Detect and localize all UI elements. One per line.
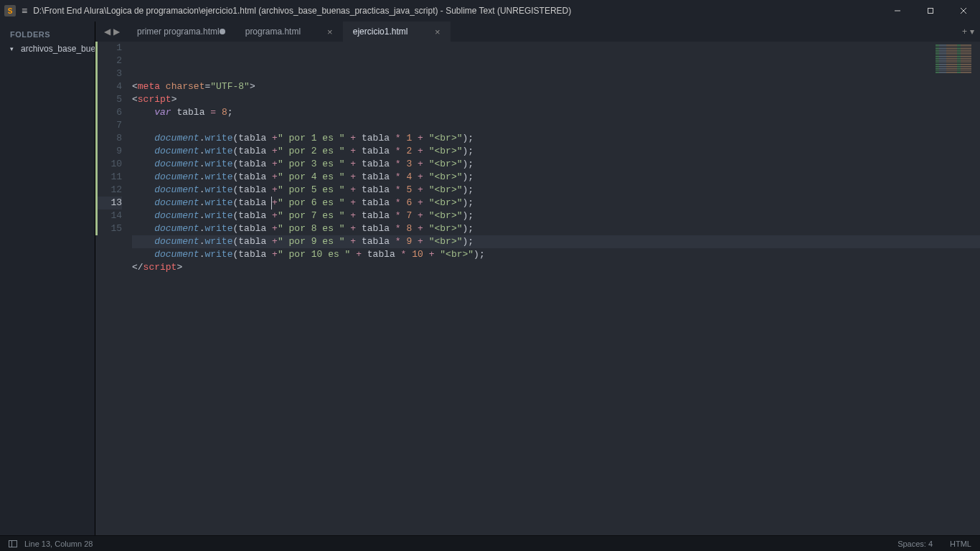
close-tab-icon[interactable]: ×	[327, 27, 333, 37]
code-content[interactable]: <meta charset="UTF-8"><script> var tabla…	[129, 42, 980, 535]
code-line[interactable]: <meta charset="UTF-8">	[132, 80, 980, 93]
code-line[interactable]	[132, 119, 980, 132]
line-number[interactable]: 6	[98, 106, 122, 119]
tab-programa-html[interactable]: programa.html×	[235, 22, 343, 42]
line-number[interactable]: 2	[98, 55, 122, 67]
folder-label: archivos_base_buenas_practicas_java_scri…	[21, 44, 95, 54]
dirty-indicator-icon[interactable]	[220, 29, 225, 34]
sublime-logo-icon: S	[4, 5, 16, 17]
tab-bar: ◀ ▶ primer programa.htmlprograma.html×ej…	[95, 22, 980, 42]
line-number[interactable]: 5	[98, 93, 122, 106]
code-line[interactable]: var tabla = 8;	[132, 106, 980, 119]
tab-label: programa.html	[245, 27, 301, 37]
line-number[interactable]: 13	[98, 197, 122, 209]
code-line[interactable]: <script>	[132, 93, 980, 106]
line-number[interactable]: 11	[98, 171, 122, 184]
status-bar: Line 13, Column 28 Spaces: 4 HTML	[0, 535, 980, 551]
chevron-down-icon: ▾	[10, 45, 14, 52]
panel-toggle-icon[interactable]	[9, 540, 17, 547]
code-line[interactable]: document.write(tabla +" por 10 es " + ta…	[132, 248, 980, 261]
text-cursor	[271, 197, 272, 209]
code-line[interactable]: document.write(tabla +" por 2 es " + tab…	[132, 145, 980, 158]
status-cursor-position[interactable]: Line 13, Column 28	[24, 540, 93, 548]
line-number[interactable]: 4	[98, 80, 122, 93]
code-line[interactable]: document.write(tabla +" por 7 es " + tab…	[132, 209, 980, 222]
tab-label: primer programa.html	[137, 27, 220, 37]
menu-icon[interactable]: ≡	[22, 5, 27, 17]
folder-root[interactable]: ▾ archivos_base_buenas_practicas_java_sc…	[0, 43, 95, 55]
code-line[interactable]: document.write(tabla +" por 8 es " + tab…	[132, 222, 980, 235]
sidebar-header: FOLDERS	[0, 29, 95, 43]
line-number-gutter[interactable]: 123456789101112131415	[98, 42, 129, 535]
close-button[interactable]	[947, 0, 980, 22]
tab-ejercicio1-html[interactable]: ejercicio1.html×	[343, 22, 451, 42]
code-line[interactable]: </script>	[132, 261, 980, 274]
line-number[interactable]: 14	[98, 209, 122, 222]
code-line[interactable]: document.write(tabla +" por 5 es " + tab…	[132, 184, 980, 197]
minimize-button[interactable]	[881, 0, 914, 22]
tab-label: ejercicio1.html	[353, 27, 408, 37]
tab-menu-icon[interactable]: ▾	[970, 27, 974, 37]
line-number[interactable]: 15	[98, 222, 122, 235]
line-number[interactable]: 3	[98, 67, 122, 80]
code-editor[interactable]: 123456789101112131415 <meta charset="UTF…	[95, 42, 980, 535]
window-controls	[881, 0, 980, 22]
line-number[interactable]: 12	[98, 184, 122, 197]
tab-prev-icon[interactable]: ◀	[103, 27, 112, 37]
line-number[interactable]: 8	[98, 132, 122, 145]
tab-next-icon[interactable]: ▶	[112, 27, 121, 37]
line-number[interactable]: 1	[98, 42, 122, 55]
close-tab-icon[interactable]: ×	[435, 27, 440, 37]
sidebar: FOLDERS ▾ archivos_base_buenas_practicas…	[0, 22, 95, 535]
new-tab-icon[interactable]: +	[962, 27, 967, 37]
minimap[interactable]	[934, 44, 977, 73]
code-line[interactable]: document.write(tabla +" por 1 es " + tab…	[132, 132, 980, 145]
tab-primer-programa-html[interactable]: primer programa.html	[127, 22, 235, 42]
status-syntax[interactable]: HTML	[950, 540, 971, 548]
maximize-button[interactable]	[914, 0, 947, 22]
line-number[interactable]: 7	[98, 119, 122, 132]
svg-rect-1	[928, 9, 933, 14]
tab-nav: ◀ ▶	[100, 22, 127, 42]
window-title: D:\Front End Alura\Logica de programacio…	[33, 6, 881, 16]
titlebar: S ≡ D:\Front End Alura\Logica de program…	[0, 0, 980, 22]
line-number[interactable]: 10	[98, 158, 122, 171]
line-number[interactable]: 9	[98, 145, 122, 158]
code-line[interactable]: document.write(tabla +" por 4 es " + tab…	[132, 171, 980, 184]
code-line[interactable]: document.write(tabla +" por 9 es " + tab…	[132, 235, 980, 248]
code-line[interactable]: document.write(tabla +" por 6 es " + tab…	[132, 197, 980, 209]
editor-area: ◀ ▶ primer programa.htmlprograma.html×ej…	[95, 22, 980, 535]
status-indent[interactable]: Spaces: 4	[897, 540, 933, 548]
code-line[interactable]: document.write(tabla +" por 3 es " + tab…	[132, 158, 980, 171]
